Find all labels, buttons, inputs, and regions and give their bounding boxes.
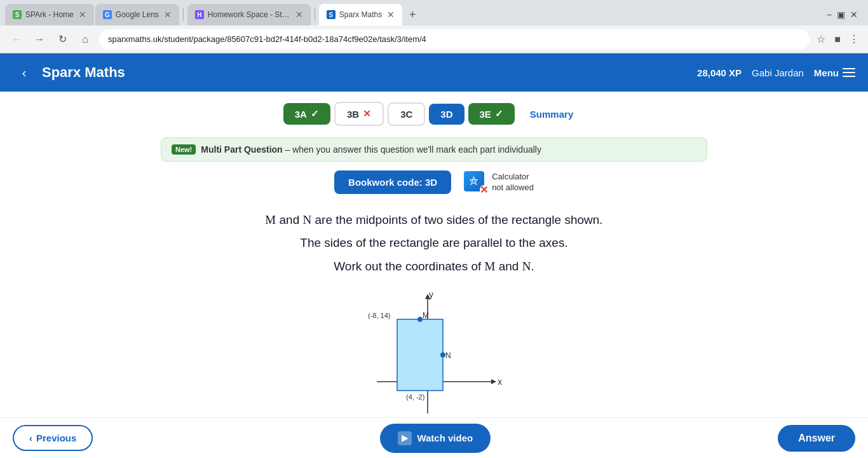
tab-close-spark[interactable]: ✕ <box>79 10 86 20</box>
m-letter-q1: M <box>265 213 276 226</box>
bookmark-icon[interactable]: ☆ <box>815 33 827 46</box>
x-axis-arrow <box>491 379 496 384</box>
tab-summary[interactable]: Summary <box>519 104 585 125</box>
tab-favicon-spark: S <box>13 10 22 19</box>
coord-bottom-right: (4, -2) <box>406 393 424 401</box>
answer-label: Answer <box>798 433 835 443</box>
tab-separator2 <box>315 8 315 21</box>
graph-container: x y 0 M N (-8, 14) (4, -2) <box>0 293 868 420</box>
close-button[interactable]: ✕ <box>850 10 858 20</box>
back-nav-button[interactable]: ← <box>8 31 25 48</box>
tab-studyx[interactable]: H Homework Space - StudyX ✕ <box>187 4 311 25</box>
address-bar-icons: ☆ ■ ⋮ <box>815 33 860 46</box>
tab-label-google: Google Lens <box>116 10 159 19</box>
tab-favicon-sparx: S <box>327 10 336 19</box>
tab-3e[interactable]: 3E ✓ <box>468 103 515 125</box>
tab-favicon-studyx: H <box>195 10 204 19</box>
point-n <box>440 352 445 357</box>
question-line3: Work out the coordinates of M and N. <box>25 257 843 276</box>
refresh-button[interactable]: ↻ <box>53 31 71 48</box>
home-button[interactable]: ⌂ <box>76 31 94 48</box>
bookwork-code: Bookwork code: 3D <box>334 170 451 194</box>
m-letter-q3: M <box>485 260 496 273</box>
banner-subtext: – when you answer this question we'll ma… <box>283 144 541 155</box>
question-line1: M and N are the midpoints of two sides o… <box>25 211 843 230</box>
new-label: New! <box>172 144 196 155</box>
tab-google-lens[interactable]: G Google Lens ✕ <box>95 4 179 25</box>
calculator-info: ⛤ ✕ Calculator not allowed <box>464 171 534 194</box>
tab-3e-label: 3E <box>480 109 491 120</box>
rectangle <box>397 319 443 391</box>
tab-3a[interactable]: 3A ✓ <box>283 103 330 125</box>
watch-video-button[interactable]: ▶ Watch video <box>380 424 491 453</box>
check-icon-3a: ✓ <box>311 108 319 120</box>
tab-3d[interactable]: 3D <box>429 104 464 125</box>
tab-3a-label: 3A <box>295 109 307 120</box>
tab-3c-label: 3C <box>400 109 412 120</box>
answer-button[interactable]: Answer <box>778 425 855 452</box>
video-icon: ▶ <box>398 431 412 445</box>
tab-close-sparx[interactable]: ✕ <box>387 10 395 20</box>
tab-3d-label: 3D <box>440 109 452 120</box>
previous-button[interactable]: ‹ Previous <box>13 425 93 451</box>
address-input[interactable] <box>99 29 810 50</box>
y-axis-label: y <box>429 293 433 300</box>
watch-video-label: Watch video <box>417 433 473 443</box>
tab-separator <box>183 8 184 21</box>
task-tabs: 3A ✓ 3B ✕ 3C 3D 3E ✓ Summary <box>0 92 868 132</box>
tab-label-sparx-active: Sparx Maths <box>339 10 382 19</box>
banner-text: Multi Part Question – when you answer th… <box>201 144 541 155</box>
info-row: Bookwork code: 3D ⛤ ✕ Calculator not all… <box>0 170 868 194</box>
tab-bar: S SPArk - Home ✕ G Google Lens ✕ H Homew… <box>0 0 868 25</box>
n-letter-q3: N <box>522 260 531 273</box>
extensions-icon[interactable]: ■ <box>831 33 844 46</box>
m-label: M <box>423 311 429 320</box>
coordinate-graph: x y 0 M N (-8, 14) (4, -2) <box>351 293 517 420</box>
n-label: N <box>445 351 451 360</box>
new-banner: New! Multi Part Question – when you answ… <box>161 137 707 162</box>
tab-spark-home[interactable]: S SPArk - Home ✕ <box>5 4 94 25</box>
question-line2: The sides of the rectangle are parallel … <box>25 233 843 253</box>
coord-top-left: (-8, 14) <box>368 312 390 319</box>
maximize-button[interactable]: ▣ <box>837 10 845 20</box>
calculator-text: Calculator not allowed <box>492 172 534 193</box>
more-options-icon[interactable]: ⋮ <box>848 33 860 46</box>
check-icon-3e: ✓ <box>495 108 503 120</box>
calculator-x-icon: ✕ <box>480 185 488 195</box>
tab-label-studyx: Homework Space - StudyX <box>208 10 290 19</box>
back-button[interactable]: ‹ <box>13 61 36 84</box>
app-header: ‹ Sparx Maths 28,040 XP Gabi Jardan Menu <box>0 53 868 92</box>
x-axis-label: x <box>498 377 502 387</box>
address-bar: ← → ↻ ⌂ ☆ ■ ⋮ <box>0 25 868 53</box>
header-right: 28,040 XP Gabi Jardan Menu <box>697 67 855 78</box>
tab-3b-label: 3B <box>347 109 359 120</box>
calculator-icon-wrap: ⛤ ✕ <box>464 171 487 194</box>
calc-line1: Calculator <box>492 172 534 183</box>
user-name: Gabi Jardan <box>752 67 804 78</box>
tab-close-google[interactable]: ✕ <box>164 10 172 20</box>
tab-summary-label: Summary <box>530 109 573 120</box>
tab-close-studyx[interactable]: ✕ <box>295 10 303 20</box>
previous-label: Previous <box>36 433 76 443</box>
window-controls: − ▣ ✕ <box>827 10 863 20</box>
menu-label: Menu <box>814 67 839 78</box>
forward-nav-button[interactable]: → <box>31 31 48 48</box>
banner-bold: Multi Part Question <box>201 144 282 155</box>
tab-label-spark: SPArk - Home <box>25 10 74 19</box>
n-letter-q1: N <box>303 213 312 226</box>
bottom-bar: ‹ Previous ▶ Watch video Answer <box>0 417 868 458</box>
x-icon-3b: ✕ <box>363 108 371 120</box>
prev-chevron-icon: ‹ <box>29 433 32 443</box>
app-title: Sparx Maths <box>42 64 125 81</box>
tab-3c[interactable]: 3C <box>388 102 425 126</box>
xp-display: 28,040 XP <box>697 67 742 78</box>
minimize-button[interactable]: − <box>827 10 832 20</box>
point-m <box>417 317 423 322</box>
tab-sparx-maths[interactable]: S Sparx Maths ✕ <box>319 4 402 25</box>
calc-line2: not allowed <box>492 183 534 193</box>
question-area: M and N are the midpoints of two sides o… <box>0 200 868 286</box>
browser-chrome: S SPArk - Home ✕ G Google Lens ✕ H Homew… <box>0 0 868 53</box>
new-tab-button[interactable]: + <box>403 6 421 24</box>
menu-button[interactable]: Menu <box>814 67 855 78</box>
tab-3b[interactable]: 3B ✕ <box>334 102 384 126</box>
